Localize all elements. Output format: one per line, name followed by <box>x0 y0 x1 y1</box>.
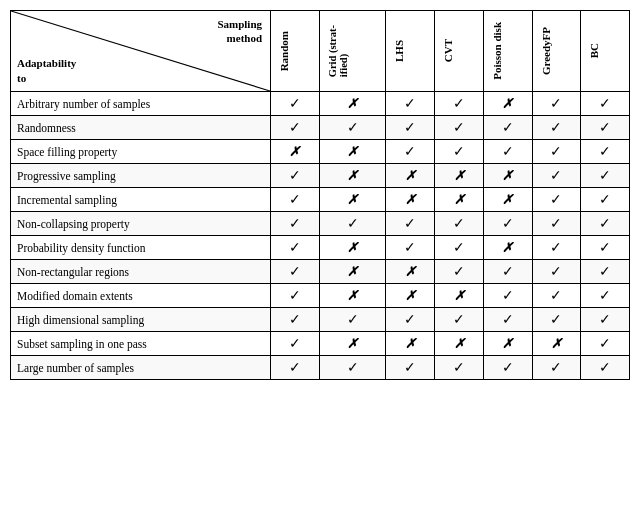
col-header-random: Random <box>271 11 320 92</box>
check-icon: ✓ <box>289 264 301 279</box>
cell-value: ✓ <box>271 308 320 332</box>
check-icon: ✓ <box>599 240 611 255</box>
table-row: Progressive sampling✓✗✗✗✗✓✓ <box>11 164 630 188</box>
table-row: Modified domain extents✓✗✗✗✓✓✓ <box>11 284 630 308</box>
check-icon: ✓ <box>550 312 562 327</box>
cell-value: ✓ <box>271 332 320 356</box>
check-icon: ✓ <box>550 216 562 231</box>
check-icon: ✓ <box>404 240 416 255</box>
cell-value: ✓ <box>581 140 630 164</box>
cell-value: ✗ <box>435 332 484 356</box>
cell-value: ✓ <box>386 92 435 116</box>
cross-icon: ✗ <box>454 288 465 303</box>
check-icon: ✓ <box>289 96 301 111</box>
cell-value: ✗ <box>319 164 386 188</box>
cell-value: ✗ <box>483 332 532 356</box>
check-icon: ✓ <box>550 192 562 207</box>
check-icon: ✓ <box>550 96 562 111</box>
cell-value: ✗ <box>483 188 532 212</box>
check-icon: ✓ <box>599 96 611 111</box>
cell-value: ✗ <box>386 164 435 188</box>
cell-value: ✓ <box>271 188 320 212</box>
check-icon: ✓ <box>347 312 359 327</box>
cell-value: ✓ <box>532 308 581 332</box>
cell-value: ✗ <box>319 284 386 308</box>
cell-value: ✗ <box>435 284 484 308</box>
cross-icon: ✗ <box>454 192 465 207</box>
cell-value: ✓ <box>271 236 320 260</box>
cell-value: ✓ <box>532 284 581 308</box>
cell-value: ✓ <box>581 260 630 284</box>
cell-value: ✓ <box>532 140 581 164</box>
row-label: Space filling property <box>11 140 271 164</box>
cell-value: ✓ <box>319 212 386 236</box>
cell-value: ✓ <box>386 212 435 236</box>
cross-icon: ✗ <box>502 192 513 207</box>
check-icon: ✓ <box>404 216 416 231</box>
check-icon: ✓ <box>347 360 359 375</box>
check-icon: ✓ <box>599 192 611 207</box>
cell-value: ✗ <box>483 92 532 116</box>
cell-value: ✓ <box>532 236 581 260</box>
check-icon: ✓ <box>599 336 611 351</box>
cross-icon: ✗ <box>405 264 416 279</box>
cell-value: ✗ <box>319 260 386 284</box>
check-icon: ✓ <box>404 144 416 159</box>
cell-value: ✗ <box>483 164 532 188</box>
corner-header: Samplingmethod Adaptabilityto <box>11 11 271 92</box>
cell-value: ✓ <box>532 92 581 116</box>
cell-value: ✓ <box>581 356 630 380</box>
check-icon: ✓ <box>453 360 465 375</box>
cell-value: ✓ <box>271 164 320 188</box>
check-icon: ✓ <box>502 216 514 231</box>
table-row: Subset sampling in one pass✓✗✗✗✗✗✓ <box>11 332 630 356</box>
cell-value: ✓ <box>435 212 484 236</box>
cross-icon: ✗ <box>502 240 513 255</box>
check-icon: ✓ <box>599 120 611 135</box>
cross-icon: ✗ <box>347 288 358 303</box>
check-icon: ✓ <box>599 288 611 303</box>
cross-icon: ✗ <box>502 336 513 351</box>
table-row: Probability density function✓✗✓✓✗✓✓ <box>11 236 630 260</box>
cross-icon: ✗ <box>454 168 465 183</box>
check-icon: ✓ <box>289 168 301 183</box>
check-icon: ✓ <box>453 216 465 231</box>
check-icon: ✓ <box>502 120 514 135</box>
cell-value: ✓ <box>271 116 320 140</box>
check-icon: ✓ <box>599 168 611 183</box>
cross-icon: ✗ <box>347 192 358 207</box>
check-icon: ✓ <box>550 264 562 279</box>
table-row: Space filling property✗✗✓✓✓✓✓ <box>11 140 630 164</box>
cell-value: ✓ <box>271 356 320 380</box>
col-header-bc: BC <box>581 11 630 92</box>
cell-value: ✓ <box>532 260 581 284</box>
cross-icon: ✗ <box>405 288 416 303</box>
cross-icon: ✗ <box>289 144 300 159</box>
cell-value: ✗ <box>319 332 386 356</box>
check-icon: ✓ <box>347 216 359 231</box>
row-label: Non-rectangular regions <box>11 260 271 284</box>
corner-bottom-label: Adaptabilityto <box>17 56 76 85</box>
table-row: Randomness✓✓✓✓✓✓✓ <box>11 116 630 140</box>
check-icon: ✓ <box>289 312 301 327</box>
cross-icon: ✗ <box>347 144 358 159</box>
cell-value: ✗ <box>386 188 435 212</box>
cross-icon: ✗ <box>502 168 513 183</box>
cell-value: ✓ <box>386 236 435 260</box>
col-header-lhs: LHS <box>386 11 435 92</box>
check-icon: ✓ <box>502 264 514 279</box>
cell-value: ✗ <box>319 140 386 164</box>
cell-value: ✓ <box>532 188 581 212</box>
cell-value: ✓ <box>386 356 435 380</box>
col-header-greedyfp: GreedyFP <box>532 11 581 92</box>
cross-icon: ✗ <box>347 96 358 111</box>
cell-value: ✓ <box>532 164 581 188</box>
comparison-table: Samplingmethod Adaptabilityto Random Gri… <box>10 10 630 380</box>
check-icon: ✓ <box>404 96 416 111</box>
cell-value: ✗ <box>319 236 386 260</box>
check-icon: ✓ <box>550 144 562 159</box>
check-icon: ✓ <box>599 312 611 327</box>
cross-icon: ✗ <box>347 168 358 183</box>
check-icon: ✓ <box>453 144 465 159</box>
col-header-cvt: CVT <box>435 11 484 92</box>
